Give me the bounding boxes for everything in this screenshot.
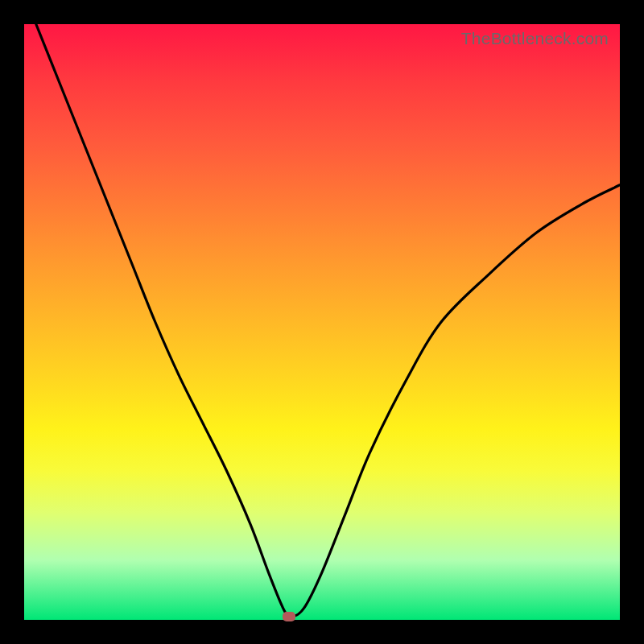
chart-frame: TheBottleneck.com <box>0 0 644 644</box>
plot-area: TheBottleneck.com <box>24 24 620 620</box>
watermark-label: TheBottleneck.com <box>461 29 609 48</box>
curve-svg <box>24 24 620 620</box>
minimum-marker <box>283 612 295 621</box>
bottleneck-curve <box>36 24 620 617</box>
